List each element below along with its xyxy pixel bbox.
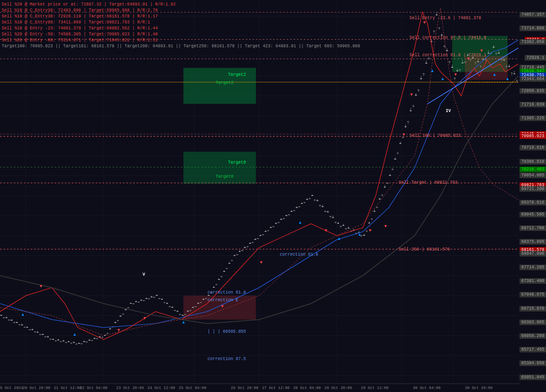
price-label-p20: 69721.200 [520,186,546,192]
price-label-p22: 69045.505 [520,212,546,217]
price-label-p16: 70386.810 [520,159,546,164]
time-label: 25 Oct 04:00 [179,386,206,390]
time-label: 22 Oct 04:00 [80,386,107,390]
price-label-p11: 71718.039 [520,102,546,107]
time-label: 30 Oct 20:00 [465,386,493,390]
price-label-p31: 66383.065 [520,320,546,325]
price-label-p26: 68047.090 [520,251,546,257]
price-label-p10: 72050.835 [520,88,546,94]
price-label-p15: 70719.616 [520,145,546,150]
time-label: 26 Oct 20:00 [231,386,258,390]
price-label-p14: 70985.023 [520,133,546,139]
price-label-p28: 67381.480 [520,278,546,284]
price-label-p29: 67048.675 [520,292,546,297]
price-label-p21: 69378.616 [520,200,546,205]
price-label-p18: 70054.005 [520,173,546,178]
chart-container: Sell %20 @ Market price or at: 72867.32 … [0,0,546,392]
time-label: 29 Oct 12:00 [361,386,389,390]
price-label-p9: 72343.664 [520,76,546,82]
time-label: 28 Oct 20:00 [325,386,352,390]
time-label: 30 Oct 04:00 [413,386,441,390]
price-label-p24: 68375.895 [520,239,546,245]
chart-canvas [0,0,546,392]
price-label-p32: 66050.260 [520,333,546,339]
time-axis: 19 Oct 202420 Oct 20:0021 Oct 12:0022 Oc… [0,383,520,392]
price-label-p33: 65717.455 [520,347,546,352]
time-label: 20 Oct 20:00 [23,386,50,390]
time-label: 28 Oct 04:00 [293,386,321,390]
price-label-p30: 66715.870 [520,306,546,311]
time-label: 21 Oct 12:00 [54,386,81,390]
price-label-p4: 73382.058 [520,39,546,45]
time-label: 24 Oct 12:00 [148,386,175,390]
price-label-p17: 70216.483 [520,167,546,172]
time-label: 23 Oct 20:00 [116,386,144,390]
time-label: 27 Oct 12:00 [262,386,290,390]
time-label: 19 Oct 2024 [0,386,23,390]
price-label-p35: 65051.845 [520,375,546,380]
price-label-p23: 68712.700 [520,225,546,231]
price-label-p1: 74057.357 [520,12,546,17]
price-label-p2: 73714.868 [520,26,546,31]
price-label-p27: 67714.285 [520,265,546,270]
price-label-p12: 71385.225 [520,115,546,121]
price-label-p34: 65384.650 [520,360,546,366]
price-label-p5: 72928.1 [525,55,546,61]
